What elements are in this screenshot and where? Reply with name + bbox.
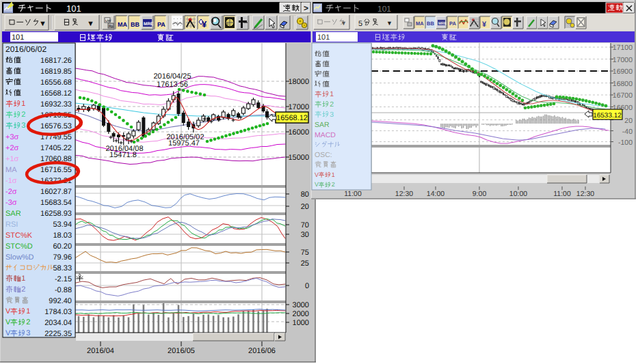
svg-text:2016/04/25: 2016/04/25 [153,72,191,81]
svg-text:V: V [5,329,11,337]
svg-text:79.96: 79.96 [53,253,72,262]
svg-text:2000: 2000 [293,310,309,318]
svg-text:MA: MA [118,21,127,28]
svg-text:SAR: SAR [5,210,21,218]
svg-text:1784.03: 1784.03 [44,308,72,316]
svg-text:60.20: 60.20 [53,242,72,251]
svg-text:-2.15: -2.15 [55,275,72,283]
svg-text:-2σ: -2σ [5,188,17,196]
svg-text:2016/04: 2016/04 [87,347,114,355]
svg-text:16716.55: 16716.55 [40,166,72,174]
svg-text:16932.33: 16932.33 [40,100,72,109]
svg-text:16900: 16900 [613,68,633,76]
svg-text:20: 20 [301,203,309,211]
svg-text:V: V [5,318,11,326]
svg-text:16817.26: 16817.26 [40,57,72,65]
svg-text:▼: ▼ [341,20,347,27]
svg-text:1: 1 [26,307,30,316]
svg-text:STC%D: STC%D [5,242,33,251]
svg-text:¥: ¥ [482,20,487,29]
svg-text:V: V [5,307,11,316]
svg-text:2034.04: 2034.04 [44,319,72,327]
svg-text:+2σ: +2σ [5,144,19,152]
svg-text:17000: 17000 [288,103,309,111]
svg-text:2: 2 [330,100,334,109]
svg-text:25: 25 [301,260,309,268]
svg-text:101: 101 [377,4,391,14]
svg-text:1: 1 [21,275,25,283]
svg-text:Rp: Rp [109,25,114,29]
svg-text:18000: 18000 [288,78,309,86]
svg-text:16819.85: 16819.85 [40,68,72,76]
svg-text:>: > [304,3,308,13]
svg-text:-3σ: -3σ [5,199,17,207]
svg-text:3: 3 [330,111,334,119]
svg-text:17405.22: 17405.22 [40,144,72,152]
svg-text:1: 1 [21,100,25,108]
svg-text:-40: -40 [622,128,633,136]
svg-text:16700: 16700 [613,92,633,100]
svg-text:2: 2 [26,318,30,326]
svg-text:MA: MA [416,20,424,27]
svg-text:101: 101 [12,33,24,42]
svg-text:15975.47: 15975.47 [168,139,200,148]
svg-text:BB: BB [427,20,434,27]
svg-text:2225.35: 2225.35 [44,330,72,338]
svg-text:▼: ▼ [386,20,393,27]
svg-text:3: 3 [26,329,30,337]
svg-text:PA: PA [157,21,165,28]
svg-text:UW: UW [105,19,111,23]
svg-text:V: V [315,171,319,178]
svg-text:12:30: 12:30 [576,190,594,198]
svg-text:PA: PA [449,20,456,27]
svg-text:1: 1 [332,171,335,178]
svg-text:MACD: MACD [315,131,336,139]
svg-text:V: V [315,181,319,188]
svg-text:15683.54: 15683.54 [40,199,72,207]
svg-text:-0.88: -0.88 [55,286,72,294]
svg-text:2: 2 [332,181,335,188]
svg-text:+3σ: +3σ [5,133,19,141]
svg-text:0: 0 [305,282,309,290]
svg-text:9:00: 9:00 [473,190,487,198]
svg-text:STC%K: STC%K [5,232,33,240]
svg-text:¥: ¥ [202,19,207,29]
svg-text:11:00: 11:00 [344,190,362,198]
svg-text:16000: 16000 [288,128,309,137]
svg-text:MRE: MRE [438,22,447,26]
svg-text:2: 2 [21,285,25,294]
svg-text:992.40: 992.40 [49,297,72,305]
svg-text:1000: 1000 [293,319,309,327]
svg-text:17000: 17000 [613,56,633,64]
svg-text:+1σ: +1σ [5,155,19,163]
svg-text:16568.12: 16568.12 [40,89,72,98]
svg-text:2016/06/02: 2016/06/02 [5,44,46,54]
svg-text:18.03: 18.03 [53,232,72,240]
svg-text:RSI: RSI [5,221,18,229]
svg-text:-1σ: -1σ [5,177,17,185]
svg-text:SAR: SAR [315,121,330,129]
svg-text:12:30: 12:30 [395,190,413,198]
svg-text:3000: 3000 [293,301,309,309]
svg-text:20: 20 [624,117,633,125]
svg-text:75: 75 [301,249,309,257]
svg-text:15471.8: 15471.8 [109,151,137,159]
svg-text:16533.12: 16533.12 [593,112,622,120]
svg-text:9: 9 [226,23,228,27]
svg-text:▼: ▼ [39,20,46,28]
svg-text:3: 3 [21,122,25,130]
svg-text:17613.56: 17613.56 [157,81,188,89]
svg-text:58.33: 58.33 [53,264,72,272]
svg-text:Slow%D: Slow%D [5,253,34,262]
svg-text:30: 30 [301,231,309,239]
svg-text:BB: BB [131,21,139,28]
svg-text:53.94: 53.94 [53,221,72,229]
svg-text:15000: 15000 [288,154,309,162]
svg-text:-100: -100 [618,139,633,147]
svg-text:16800: 16800 [613,80,633,88]
svg-text:2016/05: 2016/05 [168,347,195,355]
svg-text:1: 1 [330,90,334,98]
svg-text:16576.53: 16576.53 [40,122,72,130]
svg-text:OSC:: OSC: [315,151,332,159]
svg-text:16027.87: 16027.87 [40,188,72,196]
